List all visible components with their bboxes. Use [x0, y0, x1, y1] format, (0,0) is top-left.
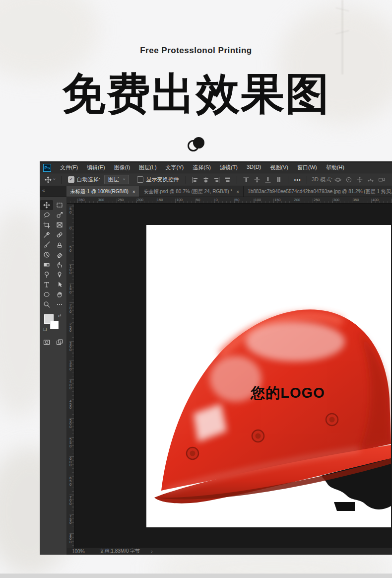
ellipse-shape-tool[interactable] — [40, 289, 53, 299]
dodge-tool[interactable] — [40, 270, 53, 280]
distribute-bottom-icon[interactable] — [263, 175, 272, 184]
3d-pan-icon[interactable] — [355, 175, 364, 184]
menu-item[interactable]: 滤镜(T) — [215, 164, 242, 171]
move-tool[interactable] — [40, 200, 53, 210]
menu-item[interactable]: 帮助(H) — [322, 164, 349, 171]
document-tab[interactable]: 1b883ac7b940ee5574cd42ba04793ae.jpg @ 81… — [244, 186, 392, 197]
menu-item[interactable]: 窗口(W) — [293, 164, 322, 171]
screen-mode-button[interactable] — [53, 337, 66, 347]
rect-marquee-tool[interactable] — [53, 200, 66, 210]
collapse-panels-icon[interactable]: « — [42, 188, 45, 193]
status-bar: 100% 文档:1.83M/0 字节 › — [67, 548, 392, 555]
ruler-number: 5 0 — [67, 208, 74, 214]
zoom-tool[interactable] — [40, 299, 53, 309]
auto-select-label: 自动选择: — [77, 176, 100, 183]
helmet-image — [146, 225, 391, 527]
3d-camera-icon[interactable] — [377, 175, 386, 184]
pen-tool[interactable] — [53, 270, 66, 280]
distribute-center-icon[interactable] — [253, 175, 261, 184]
filled-circle — [193, 137, 204, 148]
3d-orbit-icon[interactable] — [333, 175, 342, 184]
canvas-pasteboard: 您的LOGO — [74, 204, 392, 548]
ruler-number: 3 0 0 — [67, 342, 74, 352]
distribute-sides-icon[interactable] — [274, 175, 283, 184]
ruler-number: 250 — [314, 198, 320, 202]
ruler-number: 400 — [373, 198, 379, 202]
ruler-number: 7 5 0 — [67, 515, 74, 525]
menu-bar: Ps 文件(F)编辑(E)图像(I)图层(L)文字(Y)选择(S)滤镜(T)3D… — [40, 162, 392, 173]
circles-decoration-icon — [187, 136, 208, 153]
menu-item[interactable]: 编辑(E) — [82, 164, 110, 171]
bottom-strip — [0, 574, 392, 578]
tab-label: 安全帽.psd @ 80.7% (图层 24, RGB/8) * — [144, 188, 233, 195]
more-tools-tool[interactable] — [53, 299, 66, 309]
clone-stamp-tool[interactable] — [53, 240, 66, 250]
lasso-tool[interactable] — [40, 210, 53, 220]
show-transform-checkbox[interactable] — [137, 176, 143, 183]
ruler-number: 1 5 0 — [67, 285, 74, 294]
document-tab[interactable]: 安全帽.psd @ 80.7% (图层 24, RGB/8) *× — [140, 186, 244, 197]
ruler-number: 200 — [137, 198, 144, 202]
menu-item[interactable]: 选择(S) — [188, 164, 215, 171]
auto-select-checkbox[interactable]: ✓ — [68, 176, 74, 183]
distribute-top-icon[interactable] — [242, 175, 251, 184]
ruler-number: 7 0 0 — [67, 496, 74, 506]
brush-tool[interactable] — [40, 240, 53, 250]
spot-healing-tool[interactable] — [53, 230, 66, 240]
crop-tool[interactable] — [40, 220, 53, 230]
type-tool[interactable] — [40, 280, 53, 289]
eraser-tool[interactable] — [53, 250, 66, 260]
menu-item[interactable]: 文件(F) — [56, 164, 82, 171]
ruler-number: 250 — [118, 198, 124, 202]
gradient-tool[interactable] — [40, 260, 53, 270]
3d-roll-icon[interactable] — [344, 175, 353, 184]
document-tab[interactable]: 未标题-1 @ 100%(RGB/8)× — [66, 186, 140, 197]
eyedropper-tool[interactable] — [40, 230, 53, 240]
menu-item[interactable]: 图层(L) — [134, 164, 161, 171]
auto-select-dropdown[interactable]: 图层 ˅ — [104, 175, 130, 184]
mode-3d-label: 3D 模式: — [312, 176, 332, 183]
quick-selection-tool[interactable] — [53, 210, 66, 220]
align-middle-icon[interactable] — [223, 175, 232, 184]
3d-slide-icon[interactable] — [366, 175, 375, 184]
menu-item[interactable]: 3D(D) — [242, 164, 265, 171]
ruler-number: 150 — [157, 198, 163, 202]
tab-close-icon[interactable]: × — [132, 189, 135, 195]
divider — [186, 176, 186, 184]
align-center-icon[interactable] — [201, 175, 210, 184]
ruler-number: 300 — [98, 198, 105, 202]
move-tool-options-icon[interactable] — [44, 175, 53, 184]
auto-select-value: 图层 — [108, 176, 119, 183]
align-left-icon[interactable] — [191, 175, 199, 184]
ruler-number: 150 — [274, 198, 281, 202]
smudge-tool[interactable] — [53, 260, 66, 270]
history-brush-tool[interactable] — [40, 250, 53, 260]
tab-label: 未标题-1 @ 100%(RGB/8) — [70, 188, 129, 195]
crane-silhouette — [341, 0, 343, 74]
ruler-number: 100 — [177, 198, 183, 202]
background-color-swatch[interactable] — [50, 321, 59, 329]
swap-colors-icon[interactable]: ⇄ — [58, 313, 62, 318]
status-options-chevron-icon[interactable]: › — [151, 549, 152, 554]
default-colors-icon[interactable]: ❏ — [43, 327, 47, 332]
hand-tool[interactable] — [53, 289, 66, 299]
page: Free Protesslonol Printing 免费出效果图 Ps 文件(… — [0, 0, 392, 578]
color-swatches: ⇄ ❏ — [43, 313, 63, 334]
ruler-number: 350 — [353, 198, 359, 202]
bottom-tools — [40, 337, 66, 347]
quick-mask-button[interactable] — [40, 337, 53, 347]
document-size-info: 文档:1.83M/0 字节 — [100, 548, 140, 555]
menu-item[interactable]: 图像(I) — [110, 164, 134, 171]
chevron-down-icon: ˅ — [123, 177, 126, 182]
chevron-down-icon[interactable]: ˅ — [53, 177, 56, 182]
zoom-level[interactable]: 100% — [72, 549, 85, 554]
align-right-icon[interactable] — [212, 175, 221, 184]
more-options-button[interactable]: ••• — [294, 177, 301, 183]
ruler-number: 2 0 0 — [67, 304, 74, 314]
tab-close-icon[interactable]: × — [236, 189, 239, 195]
menu-item[interactable]: 文字(Y) — [161, 164, 189, 171]
hero-subtitle: Free Protesslonol Printing — [0, 46, 392, 56]
menu-item[interactable]: 视图(V) — [265, 164, 293, 171]
path-selection-tool[interactable] — [53, 280, 66, 289]
frame-tool[interactable] — [53, 220, 66, 230]
